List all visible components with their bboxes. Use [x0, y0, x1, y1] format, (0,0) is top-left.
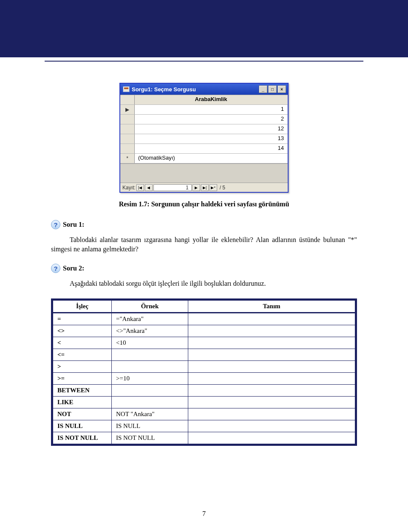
ex-cell[interactable]: <>"Ankara": [112, 325, 188, 337]
def-cell[interactable]: [188, 420, 356, 432]
table-row: LIKE: [52, 396, 356, 408]
def-cell[interactable]: [188, 337, 356, 349]
table-row: IS NOT NULL IS NOT NULL: [52, 432, 356, 445]
row-marker-new: *: [120, 154, 135, 163]
op-cell: <>: [52, 325, 112, 337]
cell[interactable]: 12: [135, 124, 288, 134]
col-header-op: İşleç: [52, 299, 112, 312]
ex-cell[interactable]: <10: [112, 337, 188, 349]
ex-cell[interactable]: ="Ankara": [112, 312, 188, 325]
col-header-def: Tanım: [188, 299, 356, 312]
question-2-text: Aşağıdaki tablodaki sorgu ölçüt işleçler…: [51, 279, 357, 288]
def-cell[interactable]: [188, 349, 356, 360]
grid-row[interactable]: ▶ 1: [120, 105, 288, 115]
op-cell: LIKE: [52, 396, 112, 408]
op-cell: >=: [52, 372, 112, 384]
nav-prev-button[interactable]: ◀: [145, 184, 153, 191]
figure-caption: Resim 1.7: Sorgunun çalışır haldeki veri…: [51, 200, 357, 208]
question-1-text: Tablodaki alanlar tasarım ızgarasına han…: [51, 235, 357, 253]
close-button[interactable]: ×: [278, 85, 286, 93]
grid-row[interactable]: 14: [120, 144, 288, 154]
column-header[interactable]: ArabaKimlik: [135, 95, 288, 104]
grid-new-row[interactable]: * (OtomatikSayı): [120, 154, 288, 163]
ex-cell[interactable]: [112, 396, 188, 408]
row-marker: [120, 115, 135, 124]
cell[interactable]: 1: [135, 105, 288, 114]
def-cell[interactable]: [188, 325, 356, 337]
def-cell[interactable]: [188, 312, 356, 325]
question-1-title: Soru 1:: [63, 221, 84, 228]
table-row: NOT NOT "Ankara": [52, 408, 356, 420]
page-number: 7: [0, 510, 408, 518]
row-marker: [120, 124, 135, 134]
ex-cell[interactable]: [112, 384, 188, 396]
question-icon: ?: [51, 220, 60, 229]
op-cell: >: [52, 360, 112, 372]
row-marker: ▶: [120, 105, 135, 114]
op-cell: BETWEEN: [52, 384, 112, 396]
cell[interactable]: 2: [135, 115, 288, 124]
def-cell[interactable]: [188, 372, 356, 384]
op-cell: NOT: [52, 408, 112, 420]
corner-cell: [120, 95, 135, 104]
grid-row[interactable]: 2: [120, 115, 288, 124]
op-cell: <=: [52, 349, 112, 360]
horizontal-rule: [45, 61, 363, 62]
datasheet-grid: ArabaKimlik ▶ 1 2 12 13 14: [120, 95, 288, 183]
nav-new-button[interactable]: ▶*: [210, 184, 217, 191]
window-title: Sorgu1: Seçme Sorgusu: [132, 86, 259, 93]
ex-cell[interactable]: [112, 349, 188, 360]
maximize-button[interactable]: □: [268, 85, 277, 93]
table-row: IS NULL IS NULL: [52, 420, 356, 432]
operators-table: İşleç Örnek Tanım = ="Ankara" <> <>"Anka…: [51, 298, 357, 446]
def-cell[interactable]: [188, 432, 356, 445]
col-header-ex: Örnek: [112, 299, 188, 312]
datasheet-icon: [123, 86, 130, 92]
op-cell: =: [52, 312, 112, 325]
table-row: >: [52, 360, 356, 372]
table-header-row: İşleç Örnek Tanım: [52, 299, 356, 312]
def-cell[interactable]: [188, 396, 356, 408]
op-cell: IS NULL: [52, 420, 112, 432]
def-cell[interactable]: [188, 384, 356, 396]
question-1-header: ? Soru 1:: [51, 220, 357, 229]
cell[interactable]: 13: [135, 134, 288, 144]
record-navigator: Kayıt: |◀ ◀ 1 ▶ ▶| ▶* / 5: [120, 183, 288, 192]
question-icon: ?: [51, 264, 60, 273]
rule-wrap: [0, 57, 408, 62]
nav-first-button[interactable]: |◀: [136, 184, 144, 191]
ex-cell[interactable]: IS NOT NULL: [112, 432, 188, 445]
nav-next-button[interactable]: ▶: [193, 184, 200, 191]
table-row: BETWEEN: [52, 384, 356, 396]
def-cell[interactable]: [188, 360, 356, 372]
grid-row[interactable]: 13: [120, 134, 288, 144]
nav-label: Kayıt:: [122, 185, 136, 191]
ex-cell[interactable]: IS NULL: [112, 420, 188, 432]
query-window: Sorgu1: Seçme Sorgusu _ □ × ArabaKimlik …: [119, 83, 289, 193]
ex-cell[interactable]: NOT "Ankara": [112, 408, 188, 420]
row-marker: [120, 134, 135, 144]
grid-header-row: ArabaKimlik: [120, 95, 288, 105]
table-row: < <10: [52, 337, 356, 349]
op-cell: IS NOT NULL: [52, 432, 112, 445]
page-content: Sorgu1: Seçme Sorgusu _ □ × ArabaKimlik …: [0, 83, 408, 446]
ex-cell[interactable]: >=10: [112, 372, 188, 384]
nav-of-count: / 5: [220, 185, 225, 191]
minimize-button[interactable]: _: [259, 85, 267, 93]
page-header-band: [0, 0, 408, 57]
question-2-title: Soru 2:: [63, 265, 84, 272]
op-cell: <: [52, 337, 112, 349]
grid-filler: [120, 163, 288, 183]
def-cell[interactable]: [188, 408, 356, 420]
nav-current-field[interactable]: 1: [153, 184, 192, 191]
grid-row[interactable]: 12: [120, 124, 288, 134]
row-marker: [120, 144, 135, 153]
table-row: >= >=10: [52, 372, 356, 384]
table-row: <=: [52, 349, 356, 360]
cell[interactable]: 14: [135, 144, 288, 153]
cell-autonumber[interactable]: (OtomatikSayı): [135, 154, 288, 163]
nav-last-button[interactable]: ▶|: [201, 184, 209, 191]
ex-cell[interactable]: [112, 360, 188, 372]
window-buttons: _ □ ×: [259, 85, 286, 93]
question-2-header: ? Soru 2:: [51, 264, 357, 273]
